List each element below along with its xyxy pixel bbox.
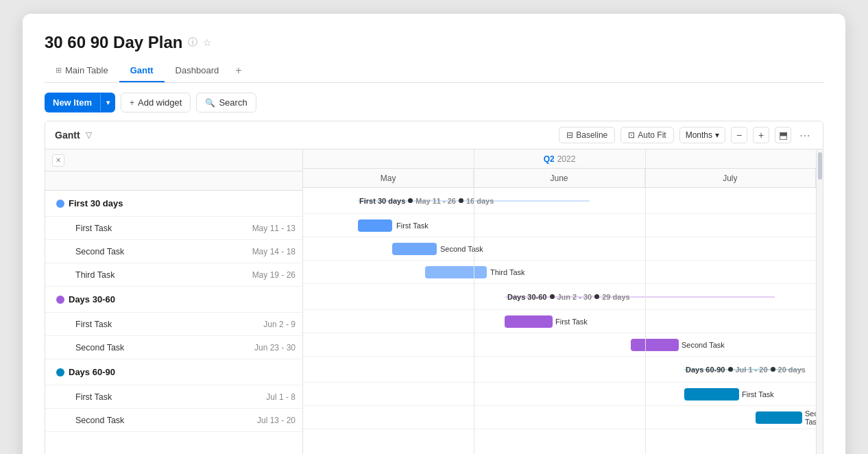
gantt-container: Gantt ▽ ⊟ Baseline ⊡ Auto Fit Months ▾ −…: [45, 121, 823, 454]
tab-main-table[interactable]: ⊞ Main Table: [45, 60, 119, 82]
group-cell-first30: First 30 days: [45, 198, 303, 208]
task-date: May 11 - 13: [252, 224, 296, 233]
task-cell: Second Task Jul 13 - 20: [45, 416, 303, 425]
baseline-button[interactable]: ⊟ Baseline: [559, 127, 615, 143]
task-row: Third Task May 19 - 26: [45, 263, 302, 287]
quarter-header: Q2 2022: [303, 150, 816, 169]
group-dot-first30: [56, 200, 64, 208]
add-tab-button[interactable]: +: [230, 59, 247, 82]
app-window: 30 60 90 Day Plan ⓘ ☆ ⊞ Main Table Gantt…: [23, 14, 845, 454]
group-cell-days6090: Days 60-90: [45, 367, 303, 377]
task-cell: First Task Jul 1 - 8: [45, 392, 303, 402]
chart-row-empty: [303, 429, 816, 454]
gantt-header-bar: Gantt ▽ ⊟ Baseline ⊡ Auto Fit Months ▾ −…: [45, 121, 823, 150]
search-button[interactable]: 🔍 Search: [196, 93, 256, 112]
group-label-first30: First 30 days: [69, 198, 123, 208]
chart-row-days6090-group: Days 60-90 Jul 1 - 20 20 days: [303, 357, 816, 383]
task-date: Jul 13 - 20: [257, 416, 296, 425]
task-bar-first-task-3: [684, 388, 739, 401]
chart-row-second-task-1: Second Task: [303, 237, 816, 261]
task-bar-first-task-2: [505, 315, 553, 328]
new-item-dropdown-arrow[interactable]: ▾: [100, 94, 115, 111]
group-bar-label-days6090: Days 60-90 Jul 1 - 20 20 days: [686, 366, 806, 374]
group-bar-label-first30: First 30 days May 11 - 26 16 days: [359, 197, 494, 205]
task-name: Second Task: [56, 416, 124, 425]
tab-dashboard[interactable]: Dashboard: [165, 60, 230, 82]
task-row: First Task Jul 1 - 8: [45, 385, 302, 409]
chart-row-third-task-1: Third Task: [303, 261, 816, 284]
chart-row-days3060-group: Days 30-60 Jun 2 - 30 29 days: [303, 284, 816, 310]
info-icon[interactable]: ⓘ: [188, 36, 197, 49]
gantt-right-panel: Q2 2022 May June July First 3: [303, 150, 816, 454]
quarter-label: Q2: [544, 154, 555, 164]
page-title: 30 60 90 Day Plan: [45, 33, 182, 52]
empty-row: [45, 432, 302, 454]
chevron-down-icon: ▾: [715, 130, 719, 140]
task-cell: Third Task May 19 - 26: [45, 270, 303, 280]
autofit-button[interactable]: ⊡ Auto Fit: [620, 127, 673, 143]
task-name: Second Task: [56, 247, 124, 256]
group-row-days6090: Days 60-90: [45, 359, 302, 385]
chart-row-second-task-2: Second Task: [303, 333, 816, 357]
month-col-june: June: [474, 169, 644, 187]
chart-row-second-task-3: Second Task: [303, 406, 816, 429]
gantt-body-wrapper: ✕ First 30 days First Task: [45, 150, 823, 454]
task-cell: Second Task Jun 23 - 30: [45, 343, 303, 353]
task-bar-label: Second Task: [682, 341, 725, 349]
task-name: Third Task: [56, 270, 114, 280]
task-name: First Task: [56, 392, 112, 402]
task-bar-label: First Task: [396, 222, 429, 230]
group-bar-label-days3060: Days 30-60 Jun 2 - 30 29 days: [507, 293, 630, 301]
task-name: Second Task: [56, 343, 124, 353]
vertical-scrollbar[interactable]: [816, 150, 823, 454]
zoom-out-button[interactable]: −: [731, 127, 747, 143]
zoom-in-button[interactable]: +: [753, 127, 769, 143]
group-row-days3060: Days 30-60: [45, 287, 302, 313]
export-button[interactable]: ⬒: [775, 127, 791, 143]
toolbar: New Item ▾ + Add widget 🔍 Search: [45, 93, 823, 112]
month-col-july: July: [645, 169, 816, 187]
months-select[interactable]: Months ▾: [679, 127, 725, 143]
new-item-button[interactable]: New Item ▾: [45, 93, 115, 112]
year-label: 2022: [557, 154, 576, 164]
star-icon[interactable]: ☆: [203, 37, 212, 48]
baseline-icon: ⊟: [566, 130, 573, 140]
task-row: First Task May 11 - 13: [45, 217, 302, 240]
task-row: Second Task Jul 13 - 20: [45, 409, 302, 432]
new-item-label: New Item: [45, 93, 100, 112]
add-widget-button[interactable]: + Add widget: [121, 93, 191, 112]
task-date: May 14 - 18: [252, 247, 296, 256]
task-date: Jul 1 - 8: [266, 392, 296, 402]
search-icon: 🔍: [205, 98, 215, 108]
tab-gantt[interactable]: Gantt: [119, 60, 165, 82]
group-cell-days3060: Days 30-60: [45, 294, 303, 304]
task-row: Second Task May 14 - 18: [45, 240, 302, 263]
gantt-left-panel: ✕ First 30 days First Task: [45, 150, 303, 454]
group-dot-days3060: [56, 296, 64, 304]
scrollbar-thumb[interactable]: [818, 152, 822, 180]
task-bar-label: Third Task: [490, 268, 525, 276]
plus-icon: +: [130, 98, 134, 108]
task-bar-second-task-3: [756, 411, 802, 424]
task-name: First Task: [56, 224, 112, 233]
group-label-days3060: Days 30-60: [69, 294, 115, 304]
collapse-icon[interactable]: ✕: [52, 154, 64, 167]
chart-row-first-task-1: First Task: [303, 214, 816, 237]
gantt-left-header: ✕: [45, 150, 302, 171]
group-label-days6090: Days 60-90: [69, 367, 115, 377]
task-bar-second-task-2: [631, 339, 679, 351]
task-bar-first-task-1: [358, 219, 392, 232]
task-cell: Second Task May 14 - 18: [45, 247, 303, 256]
tabs-row: ⊞ Main Table Gantt Dashboard +: [45, 59, 823, 83]
task-bar-second-task-1: [392, 243, 437, 255]
task-date: Jun 23 - 30: [254, 343, 296, 353]
task-cell: First Task May 11 - 13: [45, 224, 303, 233]
filter-icon[interactable]: ▽: [86, 130, 92, 140]
autofit-icon: ⊡: [628, 130, 635, 140]
task-bar-label: First Task: [555, 318, 588, 326]
more-options-icon[interactable]: ⋯: [797, 129, 813, 142]
group-dot-days6090: [56, 368, 64, 377]
task-bar-label: First Task: [742, 390, 774, 398]
task-bar-third-task-1: [425, 266, 487, 278]
title-row: 30 60 90 Day Plan ⓘ ☆: [45, 33, 823, 52]
